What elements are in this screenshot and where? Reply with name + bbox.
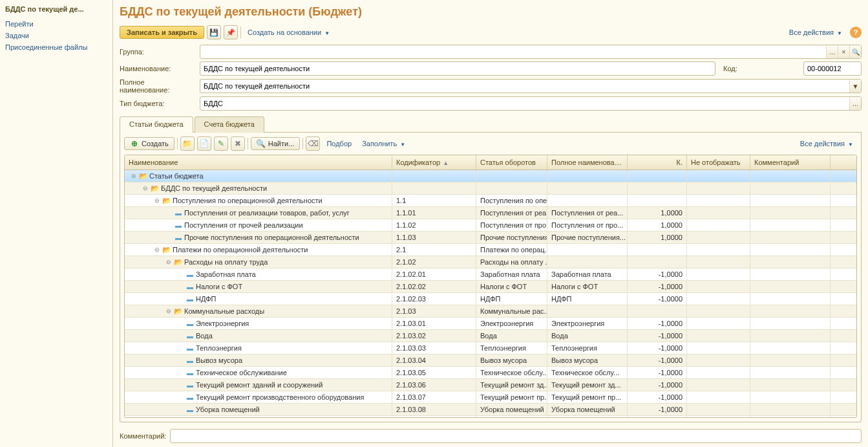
grid-toolbar: ⊕Создать 📁 📄 ✎ ✖ 🔍Найти... ⌫ Подбор Запо… (124, 136, 857, 155)
row-code: 2.1.03.05 (392, 367, 476, 378)
group-clear-button[interactable]: × (838, 45, 849, 58)
group-label: Группа: (120, 48, 196, 56)
table-row[interactable]: ▬Теплоэнергия2.1.03.03ТеплоэнергияТеплоэ… (125, 342, 856, 354)
row-k (628, 256, 687, 268)
pin-button[interactable]: 📌 (224, 25, 238, 39)
table-row[interactable]: ▬Заработная плата2.1.02.01Заработная пла… (125, 268, 856, 281)
all-actions-button[interactable]: Все действия ▼ (785, 27, 846, 38)
row-k: -1,0000 (628, 342, 687, 354)
comment-label: Комментарий: (120, 432, 166, 440)
table-row[interactable]: ▬Поступления от реализации товаров, рабо… (125, 207, 856, 219)
table-row[interactable]: ⊖📂Статьи бюджета (125, 170, 856, 182)
row-turnover: Коммунальные рас... (476, 305, 547, 317)
col-code[interactable]: Кодификатор▲ (392, 155, 476, 169)
row-fullname (547, 244, 628, 256)
code-label: Код: (723, 65, 799, 72)
table-row[interactable]: ▬Прочие поступления по операционной деят… (125, 232, 856, 244)
row-turnover (476, 170, 547, 182)
toggle-icon[interactable]: ⊖ (153, 197, 161, 204)
col-turnover[interactable]: Статья оборотов (476, 155, 547, 169)
grid-find-button[interactable]: 🔍Найти... (251, 137, 301, 150)
toggle-icon[interactable]: ⊖ (165, 259, 173, 265)
table-row[interactable]: ▬Вода2.1.03.02ВодаВода-1,0000 (125, 330, 856, 342)
toggle-icon[interactable]: ⊖ (153, 246, 161, 253)
row-hide (687, 416, 750, 417)
table-row[interactable]: ▬Электроэнергия2.1.03.01ЭлектроэнергияЭл… (125, 318, 856, 330)
save-close-button[interactable]: Записать и закрыть (120, 26, 204, 39)
col-comment[interactable]: Комментарий (750, 155, 831, 169)
row-k: -1,0000 (628, 318, 687, 329)
tab-budget-accounts[interactable]: Счета бюджета (195, 116, 264, 133)
comment-input[interactable] (170, 429, 862, 443)
save-button[interactable]: 💾 (207, 25, 221, 39)
row-comment (750, 281, 831, 292)
tab-budget-items[interactable]: Статьи бюджета (120, 116, 193, 133)
table-row[interactable]: ▬НДФП2.1.02.03НДФПНДФП-1,0000 (125, 293, 856, 305)
table-row[interactable]: ⊖📂Поступления по операционной деятельнос… (125, 195, 856, 207)
row-comment (750, 293, 831, 305)
row-code: 2.1.03.06 (392, 379, 476, 391)
grid-edit-button[interactable]: ✎ (214, 136, 228, 151)
col-fullname[interactable]: Полное наименован... (547, 155, 628, 169)
table-row[interactable]: ⊖📂Расходы на оплату труда2.1.02Расходы н… (125, 256, 856, 268)
grid-body[interactable]: ⊖📂Статьи бюджета⊖📂БДДС по текущей деятел… (125, 170, 856, 417)
create-based-button[interactable]: Создать на основании ▼ (244, 27, 333, 38)
table-row[interactable]: ▬Поступления от прочей реализации1.1.02П… (125, 219, 856, 232)
col-k[interactable]: К. (628, 155, 687, 169)
group-open-button[interactable]: 🔍 (849, 45, 861, 58)
row-name: Поступления по операционной деятельности (173, 197, 323, 204)
help-icon[interactable]: ? (850, 27, 862, 38)
code-input[interactable] (803, 61, 862, 76)
grid-create-button[interactable]: ⊕Создать (124, 137, 175, 150)
folder-icon: 📂 (174, 258, 183, 267)
fullname-dropdown-button[interactable]: ▼ (849, 80, 861, 93)
item-icon: ▬ (185, 333, 195, 340)
name-input[interactable] (200, 61, 715, 76)
row-code: 2.1.03.04 (392, 354, 476, 366)
table-row[interactable]: ▬Текущий ремонт производственного оборуд… (125, 391, 856, 404)
table-row[interactable]: ▬Уборка помещений2.1.03.08Уборка помещен… (125, 404, 856, 416)
toggle-icon[interactable]: ⊖ (165, 308, 173, 314)
grid-new-folder-button[interactable]: 📁 (180, 136, 195, 151)
table-row[interactable]: ▬Техническое обслуживание2.1.03.05Технич… (125, 367, 856, 379)
grid-pick-button[interactable]: Подбор (323, 138, 355, 149)
row-comment (750, 354, 831, 366)
table-row[interactable]: ▬Вывоз мусора2.1.03.04Вывоз мусораВывоз … (125, 354, 856, 367)
col-hide[interactable]: Не отображать (687, 155, 750, 169)
grid-all-actions-button[interactable]: Все действия ▼ (796, 138, 857, 149)
grid-delete-button[interactable]: ✖ (231, 136, 245, 151)
type-input[interactable] (200, 96, 862, 111)
pencil-icon: ✎ (217, 139, 226, 148)
sidebar-link-tasks[interactable]: Задачи (0, 30, 112, 41)
group-input[interactable] (200, 45, 862, 59)
group-select-button[interactable]: … (826, 45, 838, 58)
toggle-icon[interactable]: ⊖ (142, 185, 149, 191)
col-name[interactable]: Наименование (125, 155, 392, 169)
row-hide (687, 244, 750, 256)
copy-icon: 📄 (200, 139, 209, 148)
table-row[interactable]: ▬Налоги с ФОТ2.1.02.02Налоги с ФОТНалоги… (125, 281, 856, 293)
grid-copy-button[interactable]: 📄 (197, 136, 211, 151)
sidebar-link-goto[interactable]: Перейти (0, 18, 112, 30)
table-row[interactable]: ▬Текущий ремонт зданий и сооружений2.1.0… (125, 379, 856, 391)
table-row[interactable]: ▬Охрана помещений2.1.03.09Охрана помещен… (125, 416, 856, 417)
item-icon: ▬ (185, 345, 195, 352)
row-fullname (547, 195, 628, 206)
row-turnover: Поступления по опе... (476, 195, 547, 206)
table-row[interactable]: ⊖📂Платежи по операционной деятельности2.… (125, 244, 856, 256)
table-row[interactable]: ⊖📂БДДС по текущей деятельности (125, 182, 856, 195)
type-select-button[interactable]: … (849, 97, 861, 110)
row-fullname: НДФП (547, 293, 628, 305)
grid-fill-button[interactable]: Заполнить ▼ (358, 138, 409, 149)
sidebar-link-attached[interactable]: Присоединенные файлы (0, 41, 112, 53)
row-k: -1,0000 (628, 391, 687, 403)
item-icon: ▬ (174, 210, 183, 217)
row-comment (750, 404, 831, 415)
toggle-icon[interactable]: ⊖ (130, 173, 138, 179)
row-comment (750, 342, 831, 354)
grid-clear-search-button[interactable]: ⌫ (306, 136, 320, 151)
search-icon: 🔍 (257, 139, 266, 148)
chevron-down-icon: ▼ (848, 142, 853, 147)
table-row[interactable]: ⊖📂Коммунальные расходы2.1.03Коммунальные… (125, 305, 856, 318)
fullname-input[interactable] (200, 79, 862, 93)
